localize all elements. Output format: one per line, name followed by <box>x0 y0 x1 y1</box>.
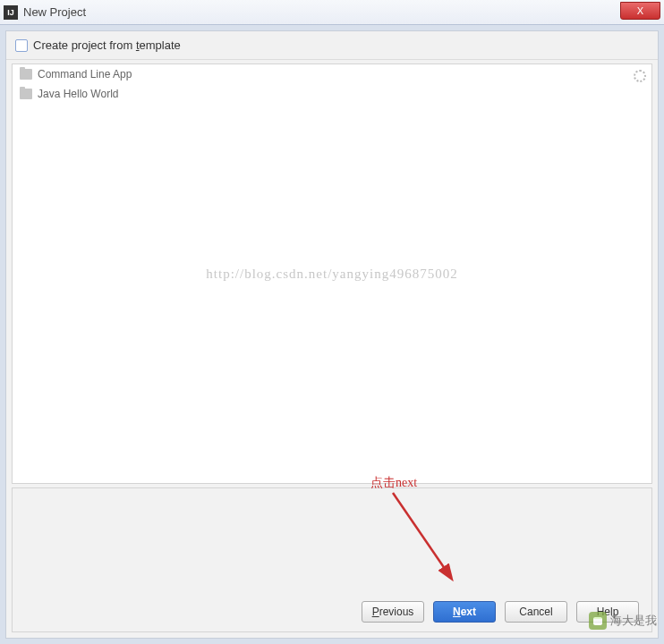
titlebar: IJ New Project X <box>0 0 664 25</box>
list-item-label: Java Hello World <box>38 88 118 100</box>
app-icon: IJ <box>4 5 18 20</box>
list-item[interactable]: Java Hello World <box>13 84 651 104</box>
annotation-text: 点击next <box>370 475 417 491</box>
list-item-label: Command Line App <box>38 68 132 80</box>
previous-button[interactable]: Previous <box>362 601 424 623</box>
close-button[interactable]: X <box>620 2 660 20</box>
close-icon: X <box>637 5 643 16</box>
create-from-template-label: Create project from template <box>33 38 181 52</box>
folder-icon <box>20 69 32 80</box>
corner-watermark: 海大是我 <box>589 612 657 630</box>
window-title: New Project <box>23 5 86 19</box>
corner-watermark-text: 海大是我 <box>610 613 657 629</box>
template-list: Command Line App Java Hello World http:/… <box>12 64 652 484</box>
watermark-url: http://blog.csdn.net/yangying496875002 <box>206 267 457 282</box>
window-body: Create project from template Command Lin… <box>5 30 659 639</box>
template-header: Create project from template <box>6 31 658 60</box>
annotation-arrow <box>375 488 464 587</box>
list-item[interactable]: Command Line App <box>13 64 651 84</box>
wechat-icon <box>589 612 607 630</box>
folder-icon <box>20 89 32 99</box>
next-button[interactable]: Next <box>433 601 496 623</box>
svg-line-1 <box>393 493 451 578</box>
create-from-template-checkbox[interactable] <box>15 39 28 52</box>
loading-icon <box>634 70 646 82</box>
description-panel: 点击next Previous Next Cancel Help <box>12 487 652 632</box>
cancel-button[interactable]: Cancel <box>505 601 567 623</box>
